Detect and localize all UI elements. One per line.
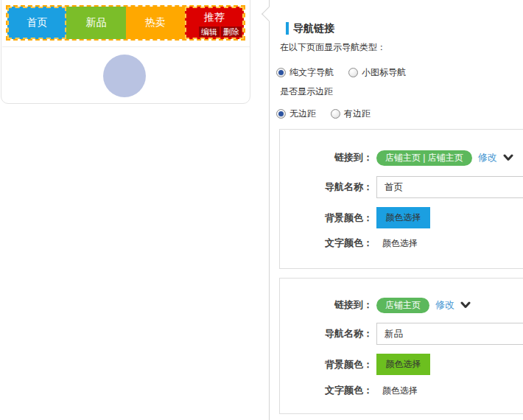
link-to-label: 链接到： <box>280 299 373 311</box>
nav-item-panel-new: 链接到： 店铺主页 修改 导航名称： 背景颜色： 颜色选择 文字颜色： 颜色选择 <box>279 278 523 414</box>
nav-tab-home[interactable]: 首页 <box>7 7 66 39</box>
link-target-pill: 店铺主页 <box>376 298 429 313</box>
settings-panel: 导航链接 在以下页面显示导航类型： 纯文字导航 小图标导航 是否显示边距 无边距… <box>269 0 523 420</box>
radio-option-with-margin[interactable]: 有边距 <box>331 108 371 120</box>
nav-tab-hot[interactable]: 热卖 <box>126 7 185 39</box>
nav-preview-bar[interactable]: 首页 新品 热卖 推荐 编辑 删除 <box>6 5 245 41</box>
bg-color-label: 背景颜色： <box>280 359 373 371</box>
chevron-down-icon[interactable] <box>460 301 471 309</box>
panel-arrow-notch <box>262 7 276 21</box>
radio-icon-with-margin[interactable] <box>331 109 340 119</box>
panel-title: 导航链接 <box>286 22 334 35</box>
bg-color-picker-button[interactable]: 颜色选择 <box>376 207 430 228</box>
nav-name-input[interactable] <box>376 323 523 345</box>
nav-tab-hot-label: 热卖 <box>145 16 166 29</box>
page: 首页 新品 热卖 推荐 编辑 删除 导航链接 在以下页面显示导航类型： 纯文字导… <box>0 0 523 420</box>
text-color-label: 文字颜色： <box>280 385 373 396</box>
radio-label-icon-nav[interactable]: 小图标导航 <box>362 66 406 79</box>
text-color-picker-button[interactable]: 颜色选择 <box>382 385 418 396</box>
bg-color-picker-button[interactable]: 颜色选择 <box>376 354 430 375</box>
edit-button[interactable]: 编辑 <box>199 27 220 37</box>
nav-tab-recommend[interactable]: 推荐 编辑 删除 <box>185 7 244 39</box>
radio-option-text-nav[interactable]: 纯文字导航 <box>276 66 334 79</box>
nav-tab-recommend-label: 推荐 <box>204 11 225 24</box>
link-target-pill: 店铺主页 | 店铺主页 <box>376 150 472 166</box>
margin-prompt: 是否显示边距 <box>280 86 333 97</box>
modify-link[interactable]: 修改 <box>478 151 497 164</box>
radio-icon-icon-nav[interactable] <box>348 68 358 77</box>
link-row: 店铺主页 修改 <box>376 297 471 313</box>
delete-button[interactable]: 删除 <box>221 27 242 37</box>
nav-name-input[interactable] <box>376 176 523 198</box>
nav-name-label: 导航名称： <box>280 181 373 193</box>
radio-label-with-margin[interactable]: 有边距 <box>344 108 371 120</box>
preview-placeholder-circle <box>103 55 146 97</box>
margin-radio-group: 无边距 有边距 <box>276 108 385 120</box>
radio-icon-no-margin[interactable] <box>276 109 286 119</box>
radio-option-icon-nav[interactable]: 小图标导航 <box>348 66 406 79</box>
radio-icon-text-nav[interactable] <box>276 68 286 77</box>
radio-label-no-margin[interactable]: 无边距 <box>289 108 316 120</box>
nav-tab-new-label: 新品 <box>85 16 106 29</box>
modify-link[interactable]: 修改 <box>435 298 454 312</box>
link-to-label: 链接到： <box>280 152 373 164</box>
nav-name-label: 导航名称： <box>280 328 373 340</box>
nav-type-radio-group: 纯文字导航 小图标导航 <box>276 66 421 79</box>
text-color-label: 文字颜色： <box>280 237 373 249</box>
nav-tab-new[interactable]: 新品 <box>66 7 125 39</box>
chevron-down-icon[interactable] <box>503 154 513 161</box>
nav-tab-home-label: 首页 <box>27 16 47 29</box>
radio-option-no-margin[interactable]: 无边距 <box>276 108 316 120</box>
preview-divider <box>2 46 250 47</box>
bg-color-label: 背景颜色： <box>280 212 373 224</box>
text-color-picker-button[interactable]: 颜色选择 <box>382 238 418 249</box>
radio-label-text-nav[interactable]: 纯文字导航 <box>289 66 334 79</box>
nav-tab-actions: 编辑 删除 <box>199 27 242 37</box>
link-row: 店铺主页 | 店铺主页 修改 <box>376 150 513 166</box>
nav-item-panel-home: 链接到： 店铺主页 | 店铺主页 修改 导航名称： 背景颜色： 颜色选择 文字颜… <box>279 129 523 269</box>
nav-type-prompt: 在以下页面显示导航类型： <box>280 42 386 53</box>
